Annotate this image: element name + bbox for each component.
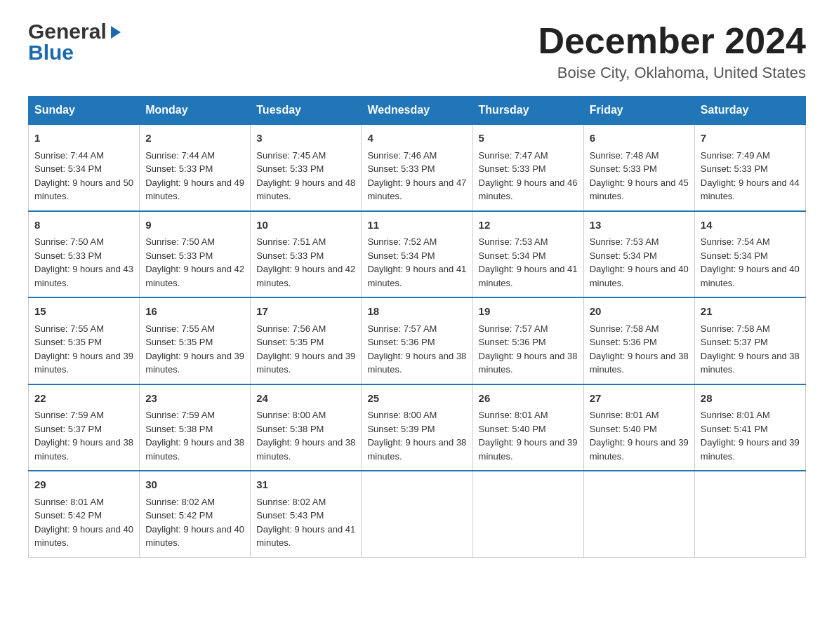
daylight-info: Daylight: 9 hours and 38 minutes. <box>701 349 800 377</box>
sunset-info: Sunset: 5:33 PM <box>701 162 800 176</box>
sunset-info: Sunset: 5:33 PM <box>256 162 355 176</box>
calendar-cell: 28 Sunrise: 8:01 AM Sunset: 5:41 PM Dayl… <box>694 384 805 471</box>
logo-general: General <box>28 21 107 42</box>
calendar-cell: 7 Sunrise: 7:49 AM Sunset: 5:33 PM Dayli… <box>694 124 805 211</box>
day-number: 23 <box>145 391 244 407</box>
daylight-info: Daylight: 9 hours and 40 minutes. <box>590 262 689 290</box>
sunset-info: Sunset: 5:33 PM <box>367 162 466 176</box>
sunrise-info: Sunrise: 7:59 AM <box>145 408 244 422</box>
daylight-info: Daylight: 9 hours and 38 minutes. <box>34 436 133 463</box>
sunrise-info: Sunrise: 8:01 AM <box>590 408 689 422</box>
day-header-monday: Monday <box>140 97 251 125</box>
daylight-info: Daylight: 9 hours and 41 minutes. <box>367 262 466 290</box>
sunrise-info: Sunrise: 7:57 AM <box>479 322 578 336</box>
daylight-info: Daylight: 9 hours and 41 minutes. <box>479 262 578 290</box>
day-header-wednesday: Wednesday <box>362 97 472 125</box>
day-number: 16 <box>145 304 244 320</box>
day-header-friday: Friday <box>583 97 694 125</box>
sunrise-info: Sunrise: 7:55 AM <box>145 322 244 336</box>
sunrise-info: Sunrise: 8:00 AM <box>367 408 466 422</box>
sunset-info: Sunset: 5:34 PM <box>479 249 578 263</box>
day-number: 20 <box>590 304 689 320</box>
svg-marker-0 <box>111 26 121 39</box>
calendar-cell: 31 Sunrise: 8:02 AM Sunset: 5:43 PM Dayl… <box>251 471 362 557</box>
sunrise-info: Sunrise: 7:51 AM <box>256 235 355 249</box>
day-number: 17 <box>256 304 355 320</box>
daylight-info: Daylight: 9 hours and 49 minutes. <box>145 176 244 203</box>
day-number: 9 <box>145 217 244 234</box>
sunrise-info: Sunrise: 7:49 AM <box>701 149 800 163</box>
sunrise-info: Sunrise: 7:50 AM <box>34 235 133 249</box>
daylight-info: Daylight: 9 hours and 43 minutes. <box>34 262 133 290</box>
day-number: 10 <box>256 217 355 234</box>
sunrise-info: Sunrise: 8:01 AM <box>479 408 578 422</box>
daylight-info: Daylight: 9 hours and 39 minutes. <box>145 349 244 377</box>
calendar-cell <box>583 471 694 557</box>
daylight-info: Daylight: 9 hours and 39 minutes. <box>701 436 800 463</box>
sunrise-info: Sunrise: 8:02 AM <box>256 495 355 509</box>
day-number: 24 <box>256 391 355 407</box>
calendar-cell: 16 Sunrise: 7:55 AM Sunset: 5:35 PM Dayl… <box>140 297 251 384</box>
title-section: December 2024 Boise City, Oklahoma, Unit… <box>538 21 806 82</box>
calendar-cell: 29 Sunrise: 8:01 AM Sunset: 5:42 PM Dayl… <box>29 471 140 557</box>
sunrise-info: Sunrise: 7:44 AM <box>145 149 244 163</box>
sunset-info: Sunset: 5:34 PM <box>590 249 689 263</box>
day-header-tuesday: Tuesday <box>251 97 362 125</box>
month-title: December 2024 <box>538 21 806 61</box>
calendar-week-3: 15 Sunrise: 7:55 AM Sunset: 5:35 PM Dayl… <box>29 297 806 384</box>
sunset-info: Sunset: 5:37 PM <box>701 335 800 349</box>
calendar-cell <box>694 471 805 557</box>
sunset-info: Sunset: 5:33 PM <box>145 162 244 176</box>
sunrise-info: Sunrise: 7:58 AM <box>590 322 689 336</box>
sunrise-info: Sunrise: 7:53 AM <box>590 235 689 249</box>
daylight-info: Daylight: 9 hours and 39 minutes. <box>590 436 689 463</box>
sunrise-info: Sunrise: 7:53 AM <box>479 235 578 249</box>
calendar-cell: 30 Sunrise: 8:02 AM Sunset: 5:42 PM Dayl… <box>140 471 251 557</box>
day-number: 4 <box>367 130 466 147</box>
calendar-cell: 1 Sunrise: 7:44 AM Sunset: 5:34 PM Dayli… <box>29 124 140 211</box>
sunrise-info: Sunrise: 8:00 AM <box>256 408 355 422</box>
calendar-cell: 6 Sunrise: 7:48 AM Sunset: 5:33 PM Dayli… <box>583 124 694 211</box>
sunset-info: Sunset: 5:36 PM <box>367 335 466 349</box>
logo: General Blue <box>28 21 124 63</box>
daylight-info: Daylight: 9 hours and 40 minutes. <box>145 523 244 550</box>
calendar-cell: 24 Sunrise: 8:00 AM Sunset: 5:38 PM Dayl… <box>251 384 362 471</box>
location-subtitle: Boise City, Oklahoma, United States <box>538 64 806 82</box>
day-number: 5 <box>479 130 578 147</box>
calendar-table: SundayMondayTuesdayWednesdayThursdayFrid… <box>28 96 806 558</box>
sunset-info: Sunset: 5:35 PM <box>256 335 355 349</box>
sunset-info: Sunset: 5:35 PM <box>34 335 133 349</box>
day-number: 30 <box>145 477 244 493</box>
calendar-cell: 26 Sunrise: 8:01 AM Sunset: 5:40 PM Dayl… <box>472 384 583 471</box>
sunrise-info: Sunrise: 8:01 AM <box>34 495 133 509</box>
sunset-info: Sunset: 5:36 PM <box>479 335 578 349</box>
sunset-info: Sunset: 5:34 PM <box>34 162 133 176</box>
sunset-info: Sunset: 5:33 PM <box>479 162 578 176</box>
sunrise-info: Sunrise: 8:01 AM <box>701 408 800 422</box>
calendar-cell: 21 Sunrise: 7:58 AM Sunset: 5:37 PM Dayl… <box>694 297 805 384</box>
day-number: 14 <box>701 217 800 234</box>
day-header-sunday: Sunday <box>29 97 140 125</box>
sunset-info: Sunset: 5:33 PM <box>590 162 689 176</box>
day-number: 2 <box>145 130 244 147</box>
sunset-info: Sunset: 5:37 PM <box>34 422 133 436</box>
daylight-info: Daylight: 9 hours and 44 minutes. <box>701 176 800 203</box>
calendar-cell: 10 Sunrise: 7:51 AM Sunset: 5:33 PM Dayl… <box>251 211 362 298</box>
calendar-cell: 11 Sunrise: 7:52 AM Sunset: 5:34 PM Dayl… <box>362 211 472 298</box>
calendar-cell: 12 Sunrise: 7:53 AM Sunset: 5:34 PM Dayl… <box>472 211 583 298</box>
calendar-cell: 27 Sunrise: 8:01 AM Sunset: 5:40 PM Dayl… <box>583 384 694 471</box>
logo-arrow-icon <box>108 25 124 40</box>
day-header-saturday: Saturday <box>694 97 805 125</box>
sunset-info: Sunset: 5:33 PM <box>256 249 355 263</box>
sunrise-info: Sunrise: 7:55 AM <box>34 322 133 336</box>
calendar-week-1: 1 Sunrise: 7:44 AM Sunset: 5:34 PM Dayli… <box>29 124 806 211</box>
calendar-cell: 4 Sunrise: 7:46 AM Sunset: 5:33 PM Dayli… <box>362 124 472 211</box>
sunset-info: Sunset: 5:38 PM <box>145 422 244 436</box>
day-number: 8 <box>34 217 133 234</box>
day-number: 3 <box>256 130 355 147</box>
sunset-info: Sunset: 5:42 PM <box>34 509 133 523</box>
sunrise-info: Sunrise: 8:02 AM <box>145 495 244 509</box>
sunrise-info: Sunrise: 7:47 AM <box>479 149 578 163</box>
sunrise-info: Sunrise: 7:45 AM <box>256 149 355 163</box>
day-number: 12 <box>479 217 578 234</box>
